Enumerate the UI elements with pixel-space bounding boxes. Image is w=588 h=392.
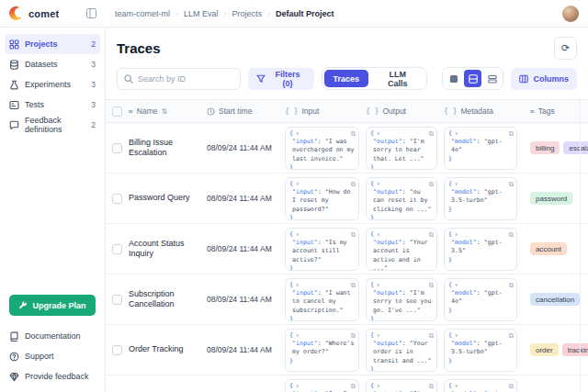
table-row[interactable]: Billing Issue Escalation 08/09/24 11:44 … <box>106 123 588 174</box>
column-header-input[interactable]: Input <box>301 106 319 116</box>
chevron-down-icon[interactable]: ∨ <box>455 231 458 237</box>
output-json-cell[interactable]: ⧉ {∨ "output": "I'm sorry to hear that. … <box>366 127 437 170</box>
trace-name[interactable]: Subscription Cancellation <box>129 289 207 310</box>
column-header-tags[interactable]: Tags <box>538 106 555 116</box>
row-checkbox[interactable] <box>112 194 122 204</box>
metadata-json-cell[interactable]: ⧉ {∨ "model": "gpt-3.5-turbo" } <box>444 177 517 220</box>
chevron-down-icon[interactable]: ∨ <box>455 332 458 338</box>
chevron-down-icon[interactable]: ∨ <box>296 231 299 237</box>
table-row[interactable]: Order Tracking 08/09/24 11:44 AM ⧉ {∨ "i… <box>106 325 588 375</box>
metadata-json-cell[interactable]: ⧉ {∨ "model": "gpt-3.5" } <box>444 379 517 392</box>
copy-icon[interactable]: ⧉ <box>429 129 434 140</box>
output-json-cell[interactable]: ⧉ {∨ "output": "ou can reset it by click… <box>366 177 437 220</box>
density-expanded-button[interactable] <box>483 70 501 87</box>
sidebar-item-provide-feedback[interactable]: Provide feedback <box>5 366 100 386</box>
sidebar-item-feedback-definitions[interactable]: Feedback definitions 2 <box>5 115 100 135</box>
table-row[interactable]: Account Status Inquiry 08/09/24 11:44 AM… <box>106 224 588 274</box>
column-header-start-time[interactable]: Start time <box>219 106 252 116</box>
tag-tracking[interactable]: tracking <box>562 343 588 356</box>
select-all-checkbox[interactable] <box>112 106 122 117</box>
trace-name[interactable]: Password Query <box>129 193 207 203</box>
refresh-button[interactable]: ⟳ <box>554 37 577 60</box>
tag-cancellation[interactable]: cancellation <box>530 293 580 306</box>
table-row[interactable]: Password Query 08/09/24 11:44 AM ⧉ {∨ "i… <box>106 174 588 224</box>
density-default-button[interactable] <box>464 70 481 87</box>
sidebar-item-support[interactable]: Support <box>5 346 100 366</box>
copy-icon[interactable]: ⧉ <box>509 331 514 342</box>
chevron-down-icon[interactable]: ∨ <box>377 383 379 388</box>
output-json-cell[interactable]: ⧉ {∨ "output": "Your order is in transit… <box>366 329 437 372</box>
input-json-cell[interactable]: ⧉ {∨ "input": "Can I get a refund for my… <box>285 379 359 392</box>
row-checkbox[interactable] <box>112 345 122 355</box>
column-header-metadata[interactable]: Metadata <box>460 106 492 116</box>
density-compact-button[interactable] <box>445 70 462 87</box>
metadata-json-cell[interactable]: ⧉ {∨ "model": "gpt-4o" } <box>444 278 517 321</box>
chevron-down-icon[interactable]: ∨ <box>296 130 299 136</box>
copy-icon[interactable]: ⧉ <box>351 180 356 190</box>
chevron-down-icon[interactable]: ∨ <box>455 383 458 388</box>
copy-icon[interactable]: ⧉ <box>429 281 434 291</box>
breadcrumb-projects[interactable]: Projects <box>232 9 263 18</box>
search-input[interactable] <box>138 74 233 84</box>
search-box[interactable] <box>117 68 241 90</box>
copy-icon[interactable]: ⧉ <box>429 382 434 392</box>
input-json-cell[interactable]: ⧉ {∨ "input": "How do I reset my passwor… <box>285 177 359 220</box>
trace-name[interactable]: Account Status Inquiry <box>129 239 207 260</box>
sort-icon[interactable]: ⇅ <box>162 107 168 116</box>
input-json-cell[interactable]: ⧉ {∨ "input": "I was overcharged on my l… <box>285 127 359 170</box>
copy-icon[interactable]: ⧉ <box>429 331 434 342</box>
sidebar-item-projects[interactable]: Projects 2 <box>5 34 100 54</box>
chevron-down-icon[interactable]: ∨ <box>455 130 458 136</box>
copy-icon[interactable]: ⧉ <box>351 230 356 241</box>
copy-icon[interactable]: ⧉ <box>509 382 514 392</box>
tab-llm-calls[interactable]: LLM Calls <box>370 70 424 87</box>
column-header-name[interactable]: Name <box>137 106 158 116</box>
copy-icon[interactable]: ⧉ <box>429 230 434 241</box>
chevron-down-icon[interactable]: ∨ <box>296 282 299 287</box>
chevron-down-icon[interactable]: ∨ <box>377 130 379 136</box>
upgrade-plan-button[interactable]: Upgrade Plan <box>9 295 96 316</box>
breadcrumb-workspace[interactable]: team-comet-ml <box>115 9 170 18</box>
chevron-down-icon[interactable]: ∨ <box>377 332 379 338</box>
chevron-down-icon[interactable]: ∨ <box>455 282 458 287</box>
tag-password[interactable]: password <box>530 192 572 205</box>
tag-escalation[interactable]: escalation <box>563 141 588 154</box>
output-json-cell[interactable]: ⧉ {∨ "output": "I've submitted your refu… <box>366 379 437 392</box>
copy-icon[interactable]: ⧉ <box>509 129 514 140</box>
sidebar-collapse-icon[interactable] <box>86 8 96 18</box>
copy-icon[interactable]: ⧉ <box>351 129 356 140</box>
row-checkbox[interactable] <box>112 244 122 254</box>
output-json-cell[interactable]: ⧉ {∨ "output": "I'm sorry to see you go.… <box>366 278 437 321</box>
copy-icon[interactable]: ⧉ <box>429 180 434 190</box>
breadcrumb-project-group[interactable]: LLM Eval <box>184 9 219 18</box>
copy-icon[interactable]: ⧉ <box>351 281 356 291</box>
metadata-json-cell[interactable]: ⧉ {∨ "model": "gpt-3.5-turbo" } <box>444 329 517 372</box>
copy-icon[interactable]: ⧉ <box>509 281 514 291</box>
trace-name[interactable]: Order Tracking <box>129 344 207 354</box>
sidebar-item-datasets[interactable]: Datasets 3 <box>5 54 100 74</box>
metadata-json-cell[interactable]: ⧉ {∨ "model": "gpt-3.5" } <box>444 228 517 271</box>
chevron-down-icon[interactable]: ∨ <box>377 282 379 287</box>
copy-icon[interactable]: ⧉ <box>351 331 356 342</box>
chevron-down-icon[interactable]: ∨ <box>455 181 458 186</box>
tab-traces[interactable]: Traces <box>324 70 369 87</box>
tag-order[interactable]: order <box>530 343 559 356</box>
avatar[interactable] <box>562 6 579 22</box>
input-json-cell[interactable]: ⧉ {∨ "input": "Is my account still activ… <box>285 228 359 271</box>
row-checkbox[interactable] <box>112 295 122 305</box>
columns-button[interactable]: Columns <box>511 68 577 90</box>
trace-name[interactable]: Billing Issue Escalation <box>129 138 207 159</box>
metadata-json-cell[interactable]: ⧉ {∨ "model": "gpt-4o" } <box>444 127 517 170</box>
tag-account[interactable]: account <box>530 242 567 255</box>
column-header-output[interactable]: Output <box>382 106 406 116</box>
input-json-cell[interactable]: ⧉ {∨ "input": "Where's my order?" } <box>285 329 359 372</box>
chevron-down-icon[interactable]: ∨ <box>377 181 379 186</box>
chevron-down-icon[interactable]: ∨ <box>377 231 379 237</box>
tag-billing[interactable]: billing <box>530 141 560 154</box>
copy-icon[interactable]: ⧉ <box>509 180 514 190</box>
table-row[interactable]: Subscription Cancellation 08/09/24 11:44… <box>106 274 588 325</box>
table-row[interactable]: Refund Request 08/09/24 11:44 AM ⧉ {∨ "i… <box>106 375 588 392</box>
sidebar-item-experiments[interactable]: Experiments 3 <box>5 74 100 95</box>
chevron-down-icon[interactable]: ∨ <box>296 332 299 338</box>
copy-icon[interactable]: ⧉ <box>509 230 514 241</box>
